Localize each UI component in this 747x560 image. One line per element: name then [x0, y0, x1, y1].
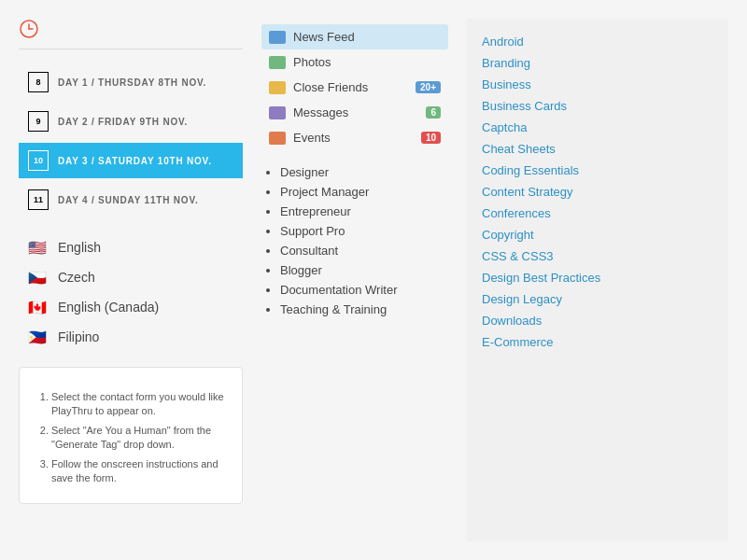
fav-name: Photos [293, 55, 441, 69]
language-section: 🇺🇸 English 🇨🇿 Czech 🇨🇦 English (Canada) … [19, 232, 243, 352]
fav-name: News Feed [293, 30, 441, 44]
tag-link[interactable]: Design Best Practices [482, 268, 713, 287]
favorite-item[interactable]: Events 10 [261, 125, 448, 150]
day-label: DAY 2 / FRIDAY 9TH NOV. [58, 117, 188, 127]
day-label: DAY 1 / THURSDAY 8TH NOV. [58, 77, 206, 88]
fav-icon [269, 132, 286, 145]
program-icon [19, 19, 39, 39]
contact-step: Follow the onscreen instructions and sav… [51, 457, 227, 486]
role-item[interactable]: Consultant [280, 244, 448, 258]
lang-item[interactable]: 🇨🇦 English (Canada) [19, 292, 243, 322]
day-item[interactable]: 9 DAY 2 / FRIDAY 9TH NOV. [19, 104, 243, 139]
fav-badge: 6 [426, 106, 441, 119]
tag-link[interactable]: Coding Essentials [482, 161, 713, 180]
day-label: DAY 3 / SATURDAY 10TH NOV. [58, 156, 212, 166]
middle-column: News Feed Photos Close Friends 20+ Messa… [261, 19, 448, 541]
role-item[interactable]: Entrepreneur [280, 204, 448, 218]
role-item[interactable]: Documentation Writer [280, 283, 448, 297]
tag-link[interactable]: Downloads [482, 311, 713, 330]
fav-badge: 20+ [416, 81, 441, 93]
day-icon: 10 [28, 150, 49, 171]
contact-form-section: Select the contact form you would like P… [19, 367, 243, 504]
day-item[interactable]: 10 DAY 3 / SATURDAY 10TH NOV. [19, 143, 243, 178]
contact-form-list: Select the contact form you would like P… [35, 390, 227, 485]
tag-link[interactable]: Copyright [482, 225, 713, 245]
left-column: 8 DAY 1 / THURSDAY 8TH NOV. 9 DAY 2 / FR… [19, 19, 243, 541]
flag-icon: 🇨🇿 [26, 266, 49, 288]
tag-link[interactable]: Android [482, 32, 713, 51]
fav-icon [269, 56, 286, 69]
tag-link[interactable]: Cheat Sheets [482, 139, 713, 159]
lang-label: English (Canada) [58, 300, 159, 315]
flag-icon: 🇵🇭 [26, 326, 49, 348]
tag-link[interactable]: Conferences [482, 203, 713, 223]
lang-item[interactable]: 🇵🇭 Filipino [19, 322, 243, 352]
roles-list: DesignerProject ManagerEntrepreneurSuppo… [261, 165, 448, 316]
favorites-list: News Feed Photos Close Friends 20+ Messa… [261, 24, 448, 150]
tag-link[interactable]: CSS & CSS3 [482, 246, 713, 266]
tag-link[interactable]: Business Cards [482, 96, 713, 116]
fav-icon [269, 106, 286, 119]
lang-container: 🇺🇸 English 🇨🇿 Czech 🇨🇦 English (Canada) … [19, 232, 243, 352]
flag-icon: 🇺🇸 [26, 236, 49, 259]
role-item[interactable]: Teaching & Training [280, 302, 448, 316]
main-container: 8 DAY 1 / THURSDAY 8TH NOV. 9 DAY 2 / FR… [0, 0, 747, 560]
days-container: 8 DAY 1 / THURSDAY 8TH NOV. 9 DAY 2 / FR… [19, 64, 243, 221]
fav-icon [269, 31, 286, 44]
tag-link[interactable]: Captcha [482, 118, 713, 137]
fav-badge: 10 [421, 132, 441, 144]
day-icon: 11 [28, 189, 49, 210]
lang-item[interactable]: 🇺🇸 English [19, 232, 243, 262]
tag-link[interactable]: Branding [482, 53, 713, 73]
role-item[interactable]: Support Pro [280, 224, 448, 238]
role-item[interactable]: Designer [280, 165, 448, 179]
lang-label: English [58, 240, 101, 255]
program-section [19, 19, 243, 57]
day-label: DAY 4 / SUNDAY 11TH NOV. [58, 195, 199, 205]
day-icon: 9 [28, 111, 49, 132]
favorite-item[interactable]: News Feed [261, 24, 448, 49]
right-column: AndroidBrandingBusinessBusiness CardsCap… [467, 19, 728, 541]
role-item[interactable]: Project Manager [280, 185, 448, 199]
program-header [19, 19, 243, 39]
fav-name: Messages [293, 105, 418, 119]
lang-label: Czech [58, 270, 95, 285]
lang-label: Filipino [58, 329, 99, 344]
contact-step: Select "Are You a Human" from the "Gener… [51, 424, 227, 453]
fav-icon [269, 81, 286, 94]
favorite-item[interactable]: Close Friends 20+ [261, 75, 448, 100]
tag-link[interactable]: E-Commerce [482, 332, 713, 352]
favorite-item[interactable]: Messages 6 [261, 100, 448, 125]
flag-icon: 🇨🇦 [26, 296, 49, 318]
tag-link[interactable]: Business [482, 75, 713, 94]
tag-link[interactable]: Content Strategy [482, 182, 713, 202]
role-item[interactable]: Blogger [280, 263, 448, 277]
day-icon: 8 [28, 72, 49, 92]
lang-item[interactable]: 🇨🇿 Czech [19, 262, 243, 292]
favorite-item[interactable]: Photos [261, 49, 448, 75]
fav-name: Events [293, 131, 414, 145]
tag-link[interactable]: Design Legacy [482, 289, 713, 309]
day-item[interactable]: 8 DAY 1 / THURSDAY 8TH NOV. [19, 64, 243, 100]
contact-step: Select the contact form you would like P… [51, 390, 227, 419]
day-item[interactable]: 11 DAY 4 / SUNDAY 11TH NOV. [19, 182, 243, 217]
divider [19, 49, 243, 49]
fav-name: Close Friends [293, 80, 408, 94]
